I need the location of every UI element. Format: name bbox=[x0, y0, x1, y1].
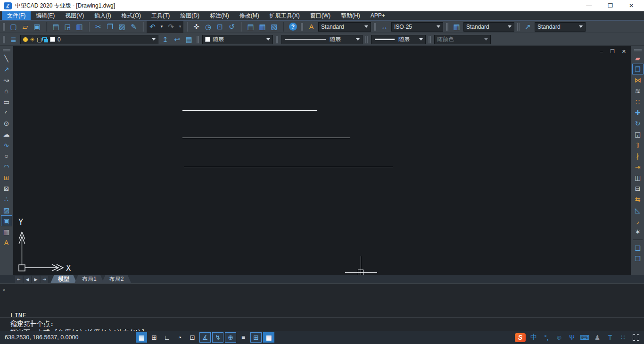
skin-icon[interactable]: T bbox=[605, 333, 615, 342]
drawn-line[interactable] bbox=[182, 138, 350, 138]
toolbar-grip[interactable] bbox=[374, 23, 375, 31]
snap-toggle[interactable]: ⊞ bbox=[149, 332, 160, 343]
toolbar-grip[interactable] bbox=[276, 36, 277, 43]
toolbar-grip[interactable] bbox=[446, 23, 447, 31]
fillet-icon[interactable]: ◞ bbox=[632, 215, 644, 226]
ellipse-arc-icon[interactable]: ◠ bbox=[1, 161, 12, 172]
menu-item[interactable]: 插入(I) bbox=[89, 11, 116, 20]
chamfer-icon[interactable]: ◺ bbox=[632, 205, 644, 215]
open-folder-icon[interactable]: ▱ bbox=[19, 21, 31, 33]
close-icon[interactable]: ✕ bbox=[2, 287, 6, 293]
child-minimize-button[interactable]: – bbox=[600, 49, 603, 55]
menu-item[interactable]: 窗口(W) bbox=[305, 11, 336, 20]
object-snap-toggle[interactable]: ⊡ bbox=[187, 332, 198, 343]
format-painter-icon[interactable]: ✎ bbox=[128, 21, 140, 33]
break-at-point-icon[interactable]: ◫ bbox=[632, 172, 644, 183]
break-icon[interactable]: ⊟ bbox=[632, 183, 644, 194]
print-icon[interactable]: ▤ bbox=[50, 21, 62, 33]
prev-tab-button[interactable]: ◀ bbox=[24, 276, 31, 283]
menu-item[interactable]: APP+ bbox=[365, 11, 390, 20]
minimize-button[interactable]: — bbox=[586, 2, 592, 9]
cut-icon[interactable]: ✂ bbox=[92, 21, 104, 33]
toolbox-icon[interactable]: ∷ bbox=[618, 333, 627, 342]
menu-item[interactable]: 编辑(E) bbox=[31, 11, 60, 20]
arc-icon[interactable]: ◜ bbox=[1, 107, 12, 118]
menu-item[interactable]: 标注(N) bbox=[205, 11, 234, 20]
array-icon[interactable]: ∷ bbox=[632, 96, 644, 107]
microphone-icon[interactable]: Ψ bbox=[567, 333, 577, 342]
paste-icon[interactable]: ▨ bbox=[116, 21, 128, 33]
punctuation-icon[interactable]: °, bbox=[542, 333, 551, 342]
offset-icon[interactable]: ≋ bbox=[632, 85, 644, 96]
chinese-mode-icon[interactable]: 中 bbox=[529, 333, 538, 342]
spline-icon[interactable]: ∿ bbox=[1, 139, 12, 150]
design-center-icon[interactable]: ▦ bbox=[256, 21, 268, 33]
viewport-toggle[interactable]: ▦ bbox=[263, 332, 274, 343]
ortho-toggle[interactable]: ∟ bbox=[161, 332, 173, 343]
toolbar-grip[interactable] bbox=[517, 23, 518, 31]
table-icon[interactable]: ▦ bbox=[1, 226, 12, 237]
help-icon[interactable]: ? bbox=[287, 21, 299, 33]
toolbar-grip[interactable] bbox=[197, 36, 198, 43]
layout-tab[interactable]: 布局2 bbox=[102, 275, 132, 283]
lineweight-select[interactable]: 随层 bbox=[371, 35, 426, 44]
undo-icon[interactable]: ↶ bbox=[147, 21, 158, 33]
layer-manager-icon[interactable]: ≣ bbox=[8, 34, 19, 45]
command-input[interactable]: 命令: bbox=[10, 319, 33, 328]
sogou-input-icon[interactable]: S bbox=[515, 333, 526, 342]
toolbar-grip[interactable] bbox=[634, 49, 642, 50]
drawing-canvas[interactable]: –❐✕ Y X bbox=[13, 46, 631, 275]
last-tab-button[interactable]: ⇥ bbox=[41, 276, 48, 283]
copy-clipboard-icon[interactable]: ❐ bbox=[104, 21, 116, 33]
user-icon[interactable]: ♟ bbox=[593, 333, 602, 342]
polygon-icon[interactable]: ⌂ bbox=[1, 85, 12, 96]
make-object-layer-current-icon[interactable]: ↥ bbox=[159, 34, 171, 45]
menu-item[interactable]: 文件(F) bbox=[2, 11, 31, 20]
close-button[interactable]: ✕ bbox=[629, 2, 634, 9]
line-icon[interactable]: ╲ bbox=[1, 53, 12, 64]
draw-order-front-icon[interactable]: ❑ bbox=[632, 242, 644, 253]
pan-icon[interactable]: ✜ bbox=[190, 21, 202, 33]
menu-item[interactable]: 扩展工具(X) bbox=[264, 11, 305, 20]
text-style-select[interactable]: Standard bbox=[318, 22, 371, 32]
redo-dropdown-icon[interactable]: ▾ bbox=[177, 21, 183, 33]
copy-icon[interactable]: ❐ bbox=[632, 64, 644, 74]
grid-toggle[interactable]: ▦ bbox=[136, 332, 147, 343]
mleader-style-select[interactable]: Standard bbox=[535, 22, 586, 32]
extend-icon[interactable]: ⇥ bbox=[632, 161, 644, 172]
mirror-icon[interactable]: ⋈ bbox=[632, 74, 644, 85]
print-preview-icon[interactable]: ◲ bbox=[62, 21, 74, 33]
zoom-window-icon[interactable]: ⊡ bbox=[214, 21, 226, 33]
color-select[interactable]: 随层 bbox=[202, 35, 273, 44]
point-icon[interactable]: ∴ bbox=[1, 194, 12, 205]
menu-item[interactable]: 视图(V) bbox=[60, 11, 89, 20]
move-icon[interactable]: ✚ bbox=[632, 107, 644, 118]
region-icon[interactable]: ▣ bbox=[1, 215, 12, 226]
restore-button[interactable]: ❐ bbox=[608, 2, 613, 9]
scale-icon[interactable]: ◱ bbox=[632, 129, 644, 139]
fullscreen-icon[interactable] bbox=[633, 334, 639, 341]
toolbar-grip[interactable] bbox=[3, 36, 4, 43]
drawn-line[interactable] bbox=[184, 167, 393, 167]
lineweight-toggle[interactable]: ≡ bbox=[238, 332, 249, 343]
toolbar-grip[interactable] bbox=[365, 36, 366, 43]
zoom-realtime-icon[interactable]: ◷ bbox=[202, 21, 214, 33]
polyline-icon[interactable]: ↝ bbox=[1, 74, 12, 85]
circle-icon[interactable]: ⊙ bbox=[1, 118, 12, 129]
emoji-icon[interactable]: ☺ bbox=[554, 333, 564, 342]
toolbar-grip[interactable] bbox=[301, 23, 302, 31]
zoom-previous-icon[interactable]: ↺ bbox=[226, 21, 238, 33]
insert-block-icon[interactable]: ⊞ bbox=[1, 172, 12, 183]
toolbar-grip[interactable] bbox=[3, 23, 4, 31]
keyboard-icon[interactable]: ⌨ bbox=[580, 333, 589, 342]
redo-icon[interactable]: ↷ bbox=[165, 21, 177, 33]
first-tab-button[interactable]: ⇤ bbox=[15, 276, 23, 283]
toolbar-grip[interactable] bbox=[3, 49, 10, 50]
revision-cloud-icon[interactable]: ☁ bbox=[1, 129, 12, 139]
model-paper-toggle[interactable]: ⊞ bbox=[250, 332, 262, 343]
menu-item[interactable]: 修改(M) bbox=[234, 11, 264, 20]
command-window[interactable]: ✕ LINE指定第一个点:指定下一点或 [角度(A)/长度(L)/放弃(U)]:… bbox=[0, 283, 644, 331]
construction-line-icon[interactable]: ↗ bbox=[1, 64, 12, 74]
rotate-icon[interactable]: ↻ bbox=[632, 118, 644, 129]
dimension-style-select[interactable]: ISO-25 bbox=[391, 22, 443, 32]
